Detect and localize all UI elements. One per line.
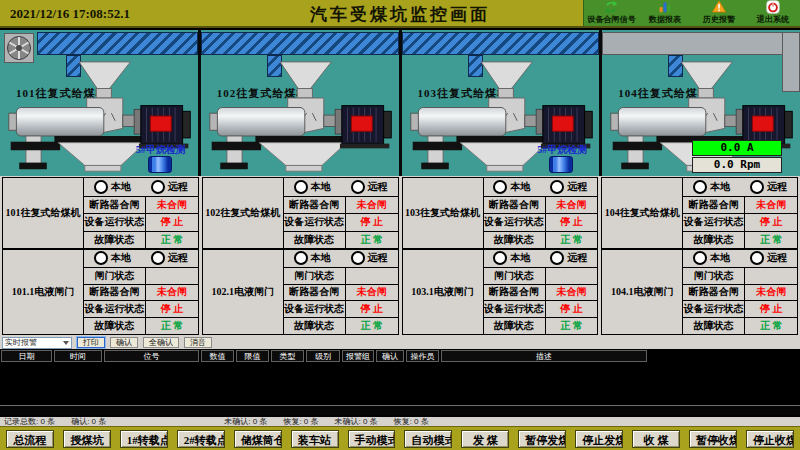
methane-detector-label: 5#甲烷检测 (537, 143, 587, 157)
run-label: 设备运行状态 (682, 300, 744, 317)
radio-icon[interactable] (294, 180, 308, 194)
remote-radio[interactable]: 远程 (550, 251, 587, 265)
top-title-bar: 2021/12/16 17:08:52.1 汽车受煤坑监控画面 设备合闸信号 数… (0, 0, 800, 28)
run-label: 设备运行状态 (283, 213, 345, 231)
power-icon (764, 0, 782, 14)
radio-icon[interactable] (550, 180, 564, 194)
local-radio[interactable]: 本地 (294, 180, 331, 194)
methane-detector-label: 5#甲烷检测 (136, 143, 186, 157)
fault-value: 正 常 (744, 317, 797, 334)
auto-mode-button[interactable]: 自动模式 (404, 430, 452, 448)
fault-value: 正 常 (545, 317, 598, 334)
radio-icon[interactable] (750, 251, 764, 265)
remote-radio[interactable]: 远程 (151, 251, 188, 265)
remote-radio[interactable]: 远程 (351, 251, 388, 265)
gate-state-label: 闸门状态 (483, 267, 545, 284)
ack-all-button[interactable]: 全确认 (143, 337, 179, 348)
radio-icon[interactable] (493, 251, 507, 265)
alarm-view-select[interactable]: 实时报警 (2, 337, 72, 349)
local-radio[interactable]: 本地 (94, 180, 131, 194)
radio-icon[interactable] (351, 180, 365, 194)
methane-sensor-icon (549, 156, 573, 173)
col-group: 报警组 (342, 350, 374, 362)
fault-label: 故障状态 (283, 231, 345, 249)
receive-coal-button[interactable]: 收 煤 (632, 430, 680, 448)
alarm-table-scrollbar[interactable] (0, 405, 800, 415)
run-label: 设备运行状态 (483, 300, 545, 317)
machine-panel-103: 103往复式给煤机 5#甲烷检测 (402, 30, 603, 176)
radio-icon[interactable] (94, 251, 108, 265)
local-radio[interactable]: 本地 (693, 251, 730, 265)
remote-radio[interactable]: 远程 (151, 180, 188, 194)
radio-icon[interactable] (151, 180, 165, 194)
radio-icon[interactable] (294, 251, 308, 265)
machine-graphics-area: 101往复式给煤机 5#甲烷检测 102往复式给煤机 103往复式给煤机 5#甲… (0, 30, 800, 176)
pause-send-coal-button[interactable]: 暂停发煤 (518, 430, 566, 448)
remote-radio[interactable]: 远程 (750, 180, 787, 194)
nav-total-flow-button[interactable]: 总流程 (6, 430, 54, 448)
local-remote-row: 本地 远程 (682, 178, 797, 196)
device-closing-signal-button[interactable]: 设备合闸信号 (584, 0, 638, 26)
nav-transfer1-button[interactable]: 1#转载点 (120, 430, 168, 448)
radio-icon[interactable] (151, 251, 165, 265)
breaker-value: 未合闸 (744, 284, 797, 301)
radio-icon[interactable] (750, 180, 764, 194)
col-operator: 操作员 (406, 350, 439, 362)
device-name: 102往复式给煤机 (203, 178, 283, 248)
radio-icon[interactable] (493, 180, 507, 194)
mute-button[interactable]: 消音 (184, 337, 212, 348)
nav-coal-pit-button[interactable]: 授煤坑 (63, 430, 111, 448)
fault-label: 故障状态 (682, 231, 744, 249)
radio-icon[interactable] (351, 251, 365, 265)
history-alarm-button[interactable]: 历史报警 (692, 0, 746, 26)
data-report-button[interactable]: 数据报表 (638, 0, 692, 26)
breaker-label: 断路器合闸 (483, 284, 545, 301)
local-radio[interactable]: 本地 (493, 251, 530, 265)
stop-receive-coal-button[interactable]: 停止收煤 (746, 430, 794, 448)
nav-loading-station-button[interactable]: 装车站 (291, 430, 339, 448)
fan-icon (4, 33, 34, 63)
send-coal-button[interactable]: 发 煤 (461, 430, 509, 448)
gate-state-value (744, 267, 797, 284)
run-value: 停 止 (145, 300, 198, 317)
nav-button-label: 历史报警 (703, 14, 735, 25)
col-level: 级别 (306, 350, 340, 362)
run-value: 停 止 (545, 300, 598, 317)
local-radio[interactable]: 本地 (94, 251, 131, 265)
breaker-value: 未合闸 (345, 196, 398, 214)
breaker-value: 未合闸 (744, 196, 797, 214)
local-radio[interactable]: 本地 (294, 251, 331, 265)
nav-coal-silo-button[interactable]: 储煤筒仓 (234, 430, 282, 448)
remote-radio[interactable]: 远程 (550, 180, 587, 194)
page-title: 汽车受煤坑监控画面 (200, 3, 600, 26)
radio-icon[interactable] (550, 251, 564, 265)
breaker-value: 未合闸 (145, 284, 198, 301)
radio-icon[interactable] (693, 180, 707, 194)
pause-receive-coal-button[interactable]: 暂停收煤 (689, 430, 737, 448)
feeder-machine-graphic (205, 60, 397, 174)
run-value: 停 止 (345, 213, 398, 231)
radio-icon[interactable] (94, 180, 108, 194)
local-radio[interactable]: 本地 (493, 180, 530, 194)
stop-send-coal-button[interactable]: 停止发煤 (575, 430, 623, 448)
remote-radio[interactable]: 远程 (351, 180, 388, 194)
run-label: 设备运行状态 (83, 300, 145, 317)
run-value: 停 止 (545, 213, 598, 231)
remote-radio[interactable]: 远程 (750, 251, 787, 265)
exit-system-button[interactable]: 退出系统 (746, 0, 800, 26)
status-panels-area: 101往复式给煤机 本地 远程 断路器合闸 未合闸 设备运行状态 停 止 故障状… (0, 176, 800, 336)
nav-transfer2-button[interactable]: 2#转载点 (177, 430, 225, 448)
local-radio[interactable]: 本地 (693, 180, 730, 194)
col-desc: 描述 (441, 350, 647, 362)
nav-button-label: 退出系统 (757, 14, 789, 25)
local-remote-row: 本地 远程 (283, 250, 398, 267)
manual-mode-button[interactable]: 手动模式 (348, 430, 396, 448)
print-button[interactable]: 打印 (77, 337, 105, 348)
col-ack: 确认 (376, 350, 404, 362)
bottom-nav-bar: 总流程 授煤坑 1#转载点 2#转载点 储煤筒仓 装车站 手动模式 自动模式 发… (0, 426, 800, 450)
run-value: 停 止 (744, 300, 797, 317)
breaker-label: 断路器合闸 (83, 196, 145, 214)
alarm-toolbar: 实时报警 打印 确认 全确认 消音 (0, 336, 800, 349)
radio-icon[interactable] (693, 251, 707, 265)
ack-button[interactable]: 确认 (110, 337, 138, 348)
